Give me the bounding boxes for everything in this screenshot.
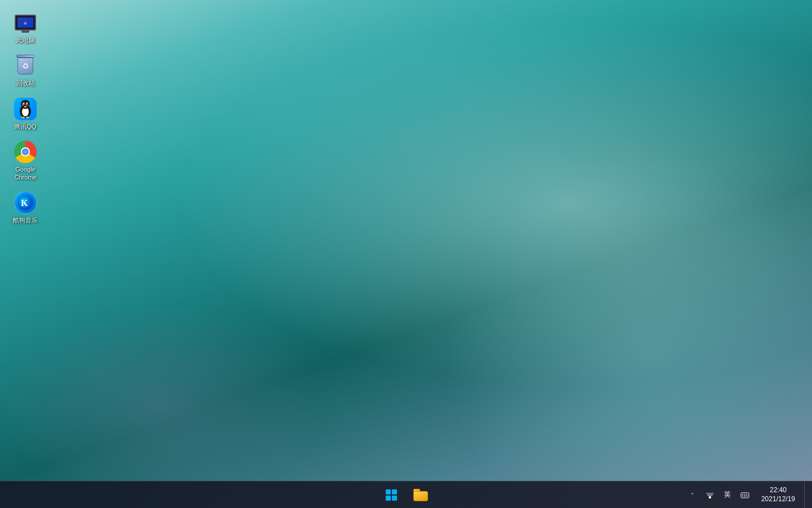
svg-point-10 — [21, 104, 23, 106]
folder-icon — [413, 489, 428, 501]
svg-point-11 — [28, 104, 30, 106]
win-logo-cell-3 — [386, 496, 391, 501]
svg-rect-14 — [709, 496, 711, 498]
desktop-icon-tencent-qq[interactable]: 腾讯QQ — [6, 95, 45, 133]
start-button[interactable] — [378, 481, 405, 509]
folder-body — [413, 491, 428, 501]
desktop: ▣ 此电脑 ♻ 回收站 — [0, 0, 812, 508]
svg-rect-18 — [742, 494, 743, 495]
chevron-up-icon: ⌃ — [690, 492, 695, 498]
language-label: 英 — [724, 490, 731, 500]
windows-logo-icon — [386, 489, 397, 501]
svg-point-8 — [21, 116, 25, 118]
svg-point-5 — [23, 103, 24, 104]
network-tray-button[interactable] — [703, 481, 717, 509]
keyboard-icon — [740, 491, 749, 500]
file-explorer-button[interactable] — [407, 481, 434, 509]
recycle-bin-icon: ♻ — [14, 54, 37, 77]
kugou-label: 酷狗音乐 — [13, 216, 38, 224]
desktop-icon-my-computer[interactable]: ▣ 此电脑 — [6, 8, 45, 47]
svg-point-9 — [26, 116, 29, 118]
svg-rect-22 — [744, 496, 746, 497]
language-button[interactable]: 英 — [721, 481, 734, 508]
wallpaper — [0, 0, 812, 508]
win-logo-cell-2 — [392, 489, 397, 494]
tray-overflow-button[interactable]: ⌃ — [686, 481, 699, 509]
desktop-icons: ▣ 此电脑 ♻ 回收站 — [3, 6, 48, 230]
svg-point-6 — [27, 103, 28, 104]
desktop-icon-recycle-bin[interactable]: ♻ 回收站 — [6, 51, 45, 90]
qq-label: 腾讯QQ — [14, 122, 36, 130]
taskbar-center — [378, 481, 434, 509]
qq-icon — [14, 98, 37, 120]
svg-point-2 — [21, 100, 30, 109]
show-desktop-button[interactable] — [804, 481, 807, 509]
svg-rect-15 — [707, 494, 713, 496]
svg-text:K: K — [21, 198, 28, 208]
chrome-label: Google Chrome — [8, 165, 42, 182]
svg-rect-23 — [747, 496, 748, 497]
win-logo-cell-4 — [392, 496, 397, 501]
input-method-button[interactable] — [738, 481, 752, 509]
svg-rect-20 — [746, 494, 747, 495]
clock-time: 22:40 — [770, 486, 787, 495]
kugou-icon: K — [14, 191, 37, 214]
svg-rect-19 — [744, 494, 745, 495]
network-icon — [705, 491, 714, 500]
svg-point-7 — [24, 106, 27, 107]
clock-button[interactable]: 22:40 2021/12/19 — [756, 481, 801, 508]
win-logo-cell-1 — [386, 489, 391, 494]
my-computer-label: 此电脑 — [16, 36, 35, 44]
chrome-icon — [14, 141, 37, 163]
taskbar: ⌃ 英 — [0, 481, 812, 508]
computer-icon: ▣ — [14, 11, 37, 34]
taskbar-right: ⌃ 英 — [686, 481, 812, 508]
recycle-bin-label: 回收站 — [16, 79, 35, 87]
clock-date: 2021/12/19 — [761, 495, 795, 504]
svg-rect-21 — [742, 496, 743, 497]
svg-rect-16 — [706, 493, 714, 494]
desktop-icon-google-chrome[interactable]: Google Chrome — [6, 138, 45, 185]
svg-rect-17 — [741, 493, 749, 498]
desktop-icon-kugou-music[interactable]: K 酷狗音乐 — [6, 189, 45, 227]
